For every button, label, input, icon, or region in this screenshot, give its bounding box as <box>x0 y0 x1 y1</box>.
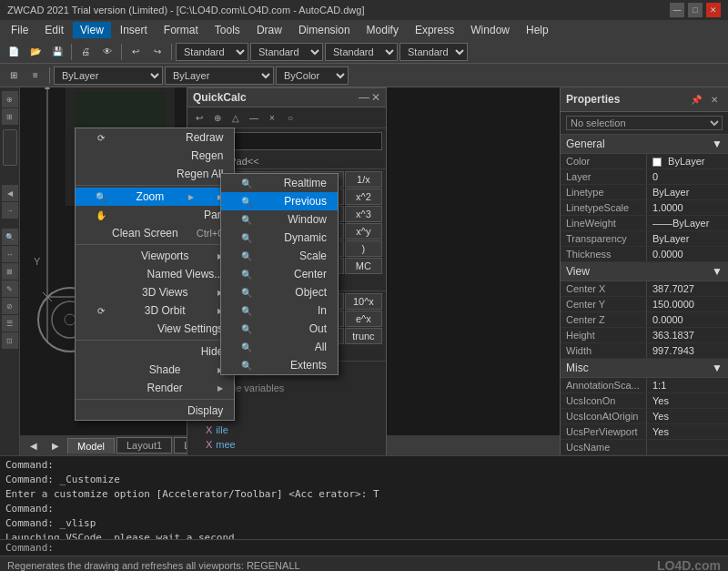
menu-zoom[interactable]: 🔍 Zoom <box>76 188 234 206</box>
key-10px[interactable]: 10^x <box>345 293 382 310</box>
menu-hide[interactable]: Hide <box>76 342 234 361</box>
left-icon-1[interactable]: ⊕ <box>2 91 18 107</box>
layer-state-btn[interactable]: ≡ <box>25 66 46 86</box>
quickcalc-min[interactable]: — <box>359 91 369 104</box>
zoom-object[interactable]: 🔍 Object <box>221 283 338 301</box>
selection-dropdown[interactable]: No selection <box>566 116 723 130</box>
layer-select-2[interactable]: Standard <box>325 43 398 61</box>
left-icon-3[interactable]: → <box>2 202 18 219</box>
undo-button[interactable]: ↩ <box>126 42 146 62</box>
maximize-button[interactable]: □ <box>688 3 703 17</box>
zoom-realtime[interactable]: 🔍 Realtime <box>221 174 338 192</box>
key-trunc[interactable]: trunc <box>345 328 382 344</box>
props-view-section[interactable]: View ▼ <box>561 262 728 281</box>
menu-clean-screen[interactable]: Clean Screen Ctrl+0 <box>76 224 234 242</box>
zoom-previous[interactable]: 🔍 Previous <box>221 192 338 210</box>
menu-format[interactable]: Format <box>157 22 206 38</box>
save-button[interactable]: 💾 <box>47 42 67 62</box>
scroll-right-btn[interactable]: ▶ <box>46 435 66 455</box>
zoom-out[interactable]: 🔍 Out <box>221 320 338 338</box>
tab-model[interactable]: Model <box>67 438 115 454</box>
new-button[interactable]: 📄 <box>4 42 24 62</box>
menu-pan[interactable]: ✋ Pan <box>76 206 234 224</box>
lineweight-select[interactable]: ByColor <box>276 66 349 85</box>
left-icon-9[interactable]: ⊡ <box>2 332 18 349</box>
left-icon-arrow[interactable]: ◀ <box>2 185 18 201</box>
menu-edit[interactable]: Edit <box>37 22 71 38</box>
menu-display[interactable]: Display <box>76 402 234 420</box>
qc-btn-3[interactable]: △ <box>228 109 244 126</box>
left-icon-wheel[interactable] <box>3 129 17 166</box>
menu-3d-orbit[interactable]: ⟳ 3D Orbit <box>76 301 234 320</box>
color-select[interactable]: ByLayer <box>54 66 163 85</box>
zoom-scale[interactable]: 🔍 Scale <box>221 247 338 265</box>
key-sq2[interactable]: x^2 <box>345 189 382 205</box>
props-pin[interactable]: 📌 <box>688 91 704 107</box>
menu-dimension[interactable]: Dimension <box>291 22 358 38</box>
key-xpy[interactable]: x^y <box>345 223 382 240</box>
var-mee[interactable]: X mee <box>206 437 382 452</box>
left-icon-7[interactable]: ⊘ <box>2 298 18 314</box>
menu-draw[interactable]: Draw <box>249 22 289 38</box>
menu-shade[interactable]: Shade <box>76 361 234 379</box>
menu-3d-views[interactable]: 3D Views <box>76 283 234 301</box>
drawing-canvas[interactable]: Y X ⟳ Redraw <box>20 87 560 455</box>
zoom-extents[interactable]: 🔍 Extents <box>221 356 338 374</box>
print-button[interactable]: 🖨 <box>76 42 96 62</box>
minimize-button[interactable]: — <box>670 3 684 17</box>
var-nee[interactable]: X nee <box>206 452 382 455</box>
zoom-in[interactable]: 🔍 In <box>221 301 338 320</box>
props-close[interactable]: ✕ <box>706 91 723 107</box>
left-icon-4[interactable]: ↔ <box>2 246 18 262</box>
menu-regen-all[interactable]: Regen All <box>76 165 234 183</box>
preview-button[interactable]: 👁 <box>97 42 117 62</box>
menu-view[interactable]: View <box>73 22 111 38</box>
workspace-select[interactable]: Standard <box>176 43 248 61</box>
tab-layout1[interactable]: Layout1 <box>116 437 172 454</box>
menu-modify[interactable]: Modify <box>359 22 406 38</box>
qc-btn-5[interactable]: × <box>264 109 280 126</box>
menu-named-views[interactable]: Named Views... <box>76 265 234 283</box>
left-icon-5[interactable]: ⊠ <box>2 263 18 280</box>
layer-select-1[interactable]: Standard <box>250 43 323 61</box>
menu-tools[interactable]: Tools <box>207 22 248 38</box>
menu-file[interactable]: File <box>4 22 35 38</box>
left-icon-2[interactable]: ⊞ <box>2 108 18 125</box>
redo-button[interactable]: ↪ <box>147 42 167 62</box>
close-button[interactable]: ✕ <box>706 3 721 17</box>
zoom-center[interactable]: 🔍 Center <box>221 265 338 283</box>
quickcalc-close[interactable]: ✕ <box>371 91 380 104</box>
open-button[interactable]: 📂 <box>25 42 46 62</box>
menu-view-settings[interactable]: View Settings <box>76 320 234 338</box>
key-epx[interactable]: e^x <box>345 311 382 327</box>
qc-btn-4[interactable]: — <box>246 109 262 126</box>
menu-render[interactable]: Render <box>76 379 234 397</box>
qc-btn-2[interactable]: ⊕ <box>209 109 226 126</box>
zoom-all[interactable]: 🔍 All <box>221 338 338 356</box>
menu-help[interactable]: Help <box>519 22 556 38</box>
zoom-dynamic[interactable]: 🔍 Dynamic <box>221 229 338 247</box>
qc-btn-1[interactable]: ↩ <box>191 109 207 126</box>
var-ille[interactable]: X ille <box>206 423 382 437</box>
menu-regen[interactable]: Regen <box>76 147 234 165</box>
layer-btn[interactable]: ⊞ <box>4 66 24 86</box>
key-mc[interactable]: MC <box>345 258 382 274</box>
menu-viewports[interactable]: Viewports <box>76 247 234 265</box>
props-misc-section[interactable]: Misc ▼ <box>561 359 728 378</box>
left-icon-zoom[interactable]: 🔍 <box>2 229 18 245</box>
menu-insert[interactable]: Insert <box>113 22 155 38</box>
menu-window[interactable]: Window <box>463 22 517 38</box>
key-inv[interactable]: 1/x <box>345 171 382 188</box>
key-sq3[interactable]: x^3 <box>345 206 382 222</box>
scroll-left-btn[interactable]: ◀ <box>24 435 44 455</box>
menu-express[interactable]: Express <box>408 22 461 38</box>
layer-select-3[interactable]: Standard <box>399 43 468 61</box>
command-input[interactable] <box>57 542 723 554</box>
props-general-section[interactable]: General ▼ <box>561 135 728 154</box>
qc-btn-6[interactable]: ○ <box>282 109 298 126</box>
left-icon-8[interactable]: ☰ <box>2 315 18 331</box>
left-icon-6[interactable]: ✎ <box>2 280 18 297</box>
linetype-select[interactable]: ByLayer <box>165 66 274 85</box>
zoom-window[interactable]: 🔍 Window <box>221 210 338 229</box>
menu-redraw[interactable]: ⟳ Redraw <box>76 128 234 147</box>
